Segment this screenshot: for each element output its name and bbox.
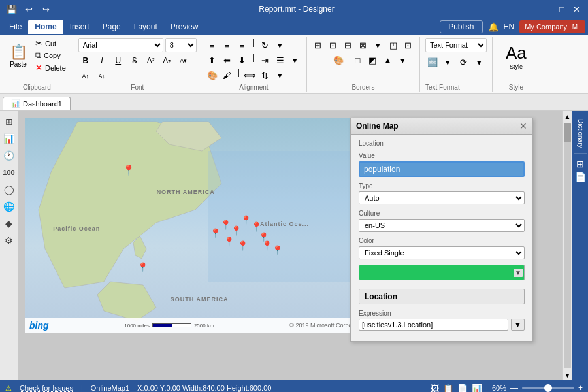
tab-dashboard1[interactable]: 📊 Dashboard1 [3,97,71,110]
sidebar-icon-diamond[interactable]: ◆ [1,216,17,231]
border-color-btn[interactable]: 🎨 [331,53,346,67]
shape-btn[interactable]: ▲ [380,53,395,67]
shadow-btn[interactable]: □ [350,53,365,67]
type-select[interactable]: Auto [359,191,525,204]
underline-button[interactable]: U [111,54,125,68]
align-left-button[interactable]: ≡ [205,38,220,52]
map-pin-10: 📍 [261,240,272,251]
zoom-slider[interactable] [522,387,574,389]
decrease-font-button[interactable]: A↓ [95,69,109,84]
fill-color-button[interactable]: 🎨 [205,68,220,82]
border-btn-3[interactable]: ⊟ [341,38,355,52]
paint-button[interactable]: 🖌 [220,68,235,82]
panel-close-button[interactable]: ✕ [519,121,527,131]
status-icon-4[interactable]: 📊 [472,384,482,393]
map-container[interactable]: NORTH AMERICA Pacific Ocean Atlantic Oce… [25,118,371,333]
redo-icon[interactable]: ↪ [39,3,52,16]
undo-icon[interactable]: ↩ [22,3,35,16]
align-middle-button[interactable]: ⬅ [220,53,235,67]
dictionary-tab[interactable]: Dictionary [574,114,587,154]
dist-v-button[interactable]: ⇅ [258,68,272,82]
paste-button[interactable]: 📋 Paste [5,38,31,74]
list-button[interactable]: ☰ [273,53,287,67]
subscript-button[interactable]: A₂ [160,54,174,68]
fill-btn[interactable]: ◩ [365,53,380,67]
publish-button[interactable]: Publish [440,20,482,33]
style-button[interactable]: Aa Style [498,38,534,74]
location-bar: Location [359,289,525,304]
shape-dropdown[interactable]: ▾ [395,53,410,67]
align-top-button[interactable]: ⬆ [205,53,220,67]
tf-btn-2[interactable]: ▾ [441,55,455,69]
sidebar-icon-settings[interactable]: ⚙ [1,233,17,248]
status-icon-2[interactable]: 📋 [443,384,453,393]
close-button[interactable]: ✕ [570,3,583,16]
expression-input[interactable] [359,319,508,331]
border-btn-6[interactable]: ◰ [386,38,400,52]
right-icon-1[interactable]: ⊞ [576,159,584,169]
tf-btn-3[interactable]: ⟳ [457,55,471,69]
strikethrough-button[interactable]: S̶ [127,54,142,68]
save-icon[interactable]: 💾 [5,3,18,16]
value-input[interactable] [359,161,525,177]
color-select[interactable]: Fixed Single [359,246,525,259]
cut-button[interactable]: ✂ Cut [33,38,69,49]
bold-button[interactable]: B [78,54,93,68]
italic-button[interactable]: I [95,54,109,68]
scroll-down-button[interactable]: ▼ [563,370,572,380]
delete-button[interactable]: ✕ Delete [33,62,69,73]
status-icon-1[interactable]: 🖼 [431,384,439,393]
font-size-select[interactable]: 8 [165,38,197,52]
zoom-in-button[interactable]: + [578,384,583,392]
align-center-button[interactable]: ≡ [220,38,235,52]
increase-font-button[interactable]: A↑ [78,69,93,84]
border-btn-7[interactable]: ⊡ [401,38,416,52]
list-dropdown[interactable]: ▾ [288,53,302,67]
status-icon-3[interactable]: 📄 [457,384,468,393]
menu-preview[interactable]: Preview [164,20,205,34]
highlight-button[interactable]: A▾ [176,54,191,68]
menu-page[interactable]: Page [96,20,127,34]
menu-insert[interactable]: Insert [63,20,96,34]
right-icon-2[interactable]: 📄 [575,172,586,182]
rotate-button[interactable]: ↻ [258,38,272,52]
align-bottom-button[interactable]: ⬇ [235,53,250,67]
color-swatch[interactable]: ▼ [359,265,525,280]
align-right-button[interactable]: ≡ [235,38,250,52]
check-issues-label[interactable]: Check for Issues [20,384,73,392]
maximize-button[interactable]: □ [555,3,568,16]
sidebar-icon-circle[interactable]: ◯ [1,182,17,197]
tf-btn-1[interactable]: 🔤 [425,55,440,69]
menu-layout[interactable]: Layout [127,20,164,34]
tf-btn-4[interactable]: ▾ [472,55,487,69]
minimize-button[interactable]: — [541,3,554,16]
language-selector[interactable]: EN [504,22,515,31]
border-style-1[interactable]: — [316,53,331,67]
border-btn-4[interactable]: ⊠ [356,38,370,52]
menu-home[interactable]: Home [28,20,63,34]
expression-dropdown-button[interactable]: ▼ [511,319,525,331]
company-button[interactable]: My Company M [519,20,585,33]
rotate-dropdown[interactable]: ▾ [273,38,287,52]
sidebar-icon-clock[interactable]: 🕐 [1,148,17,163]
border-btn-5[interactable]: ▾ [371,38,385,52]
indent-button[interactable]: ⇥ [258,53,272,67]
sidebar-icon-globe[interactable]: 🌐 [1,199,17,214]
vertical-scrollbar[interactable]: ▲ ▼ [562,111,572,380]
scroll-up-button[interactable]: ▲ [563,111,572,122]
superscript-button[interactable]: A² [144,54,158,68]
sidebar-icon-chart[interactable]: 📊 [1,131,17,146]
sidebar-icon-grid[interactable]: ⊞ [1,114,17,129]
sidebar-icon-ruler[interactable]: 100 [1,165,17,180]
culture-select[interactable]: en-US [359,219,525,232]
border-btn-1[interactable]: ⊞ [311,38,325,52]
zoom-out-button[interactable]: — [510,384,518,392]
border-btn-2[interactable]: ⊡ [326,38,340,52]
dist-h-button[interactable]: ⟺ [243,68,257,82]
menu-file[interactable]: File [3,20,28,34]
bell-icon[interactable]: 🔔 [488,22,498,32]
copy-button[interactable]: ⧉ Copy [33,50,69,61]
font-name-select[interactable]: Arial [78,38,163,52]
dist-dropdown[interactable]: ▾ [273,68,287,82]
textformat-select[interactable]: Text Format [425,38,487,52]
